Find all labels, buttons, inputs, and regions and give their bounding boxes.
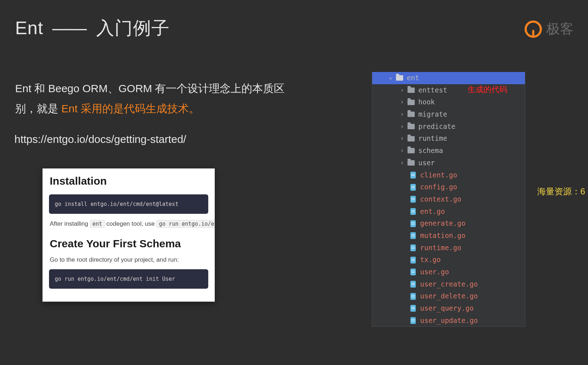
slide-title: Ent —— 入门例子 <box>15 16 170 40</box>
tree-folder-label: enttest <box>418 84 447 96</box>
folder-icon <box>407 160 415 166</box>
doc-after-install: After installing ent codegen tool, use g… <box>43 219 215 231</box>
tree-file-label: runtime.go <box>420 242 461 254</box>
go-file-icon <box>410 196 416 203</box>
doc-snippet-card: Installation go install entgo.io/ent/cmd… <box>43 168 215 302</box>
go-file-icon <box>410 184 416 191</box>
tree-file[interactable]: user_delete.go <box>372 290 525 302</box>
tree-file[interactable]: tx.go <box>372 254 525 266</box>
tree-file[interactable]: runtime.go <box>372 242 525 254</box>
tree-folder[interactable]: predicate <box>372 121 525 133</box>
tree-file-label: user.go <box>420 266 449 278</box>
go-file-icon <box>410 232 416 239</box>
go-file-icon <box>410 172 416 179</box>
chevron-right-icon <box>400 108 405 121</box>
tree-folder-label: user <box>418 157 435 169</box>
go-file-icon <box>410 281 416 288</box>
tree-file-label: mutation.go <box>420 230 466 242</box>
tree-folder-label: predicate <box>418 121 455 133</box>
tree-file-label: tx.go <box>420 254 441 266</box>
tree-file-label: client.go <box>420 169 457 181</box>
tree-file-label: user_delete.go <box>420 290 478 302</box>
go-file-icon <box>410 317 416 324</box>
folder-icon <box>407 124 415 129</box>
watermark-text: 海量资源：6 <box>537 186 585 197</box>
code-block-install: go install entgo.io/ent/cmd/ent@latest <box>49 194 208 214</box>
tree-file[interactable]: mutation.go <box>372 230 525 242</box>
go-file-icon <box>410 244 416 251</box>
go-file-icon <box>410 305 416 312</box>
after-install-text-2: codegen tool, use <box>105 220 157 227</box>
tree-folder[interactable]: hook <box>372 96 525 108</box>
tree-folder[interactable]: schema <box>372 145 525 157</box>
inline-code-ent: ent <box>90 220 105 228</box>
tree-folder[interactable]: user <box>372 157 525 169</box>
tree-file-label: context.go <box>420 193 461 206</box>
tree-file[interactable]: user_update.go <box>372 315 525 327</box>
folder-icon <box>407 100 415 105</box>
tree-folder[interactable]: runtime <box>372 132 525 145</box>
go-file-icon <box>410 208 416 215</box>
tree-folder[interactable]: migrate <box>372 108 525 121</box>
brand-logo-mark <box>525 21 542 38</box>
go-file-icon <box>410 293 416 300</box>
title-dash: —— <box>52 18 85 38</box>
file-tree: ent enttesthookmigratepredicateruntimesc… <box>372 72 525 327</box>
after-install-text-1: After installing <box>50 220 90 227</box>
chevron-right-icon <box>400 84 405 97</box>
tree-file-label: user_create.go <box>420 278 478 290</box>
folder-icon <box>407 136 415 141</box>
intro-paragraph: Ent 和 Beego ORM、GORM 有一个设计理念上的本质区别，就是 En… <box>15 78 296 118</box>
brand-logo-text: 极客 <box>546 20 574 38</box>
go-file-icon <box>410 269 416 275</box>
tree-file[interactable]: context.go <box>372 193 525 206</box>
chevron-right-icon <box>400 157 405 170</box>
tree-folder-label: schema <box>418 145 443 157</box>
tree-file[interactable]: user_query.go <box>372 302 525 315</box>
tree-file-label: generate.go <box>420 217 466 230</box>
tree-file[interactable]: ent.go <box>372 206 525 218</box>
tree-file-label: ent.go <box>420 206 445 218</box>
go-file-icon <box>410 257 416 263</box>
doc-heading-installation: Installation <box>43 175 215 192</box>
tree-root[interactable]: ent <box>372 72 525 84</box>
code-install-text: go install entgo.io/ent/cmd/ent@latest <box>55 201 178 207</box>
tree-file[interactable]: user.go <box>372 266 525 278</box>
code-init-text: go run entgo.io/ent/cmd/ent init User <box>55 276 175 282</box>
tree-file-label: user_query.go <box>420 302 474 315</box>
chevron-right-icon <box>400 144 405 157</box>
intro-highlight: Ent 采用的是代码生成技术。 <box>61 103 199 114</box>
chevron-right-icon <box>400 120 405 133</box>
brand-logo: 极客 <box>525 20 574 38</box>
tree-file-label: user_update.go <box>420 315 478 327</box>
tree-file[interactable]: client.go <box>372 169 525 181</box>
tree-file-label: config.go <box>420 181 457 193</box>
tree-folder-label: migrate <box>418 108 447 121</box>
go-file-icon <box>410 220 416 227</box>
title-suffix: 入门例子 <box>96 18 170 38</box>
chevron-right-icon <box>400 96 405 109</box>
tree-file[interactable]: config.go <box>372 181 525 193</box>
doc-heading-schema: Create Your First Schema <box>43 231 215 255</box>
chevron-down-icon <box>388 72 393 85</box>
inline-code-gorun: go run entgo.io/e <box>156 220 215 228</box>
tree-file[interactable]: generate.go <box>372 217 525 230</box>
tree-file[interactable]: user_create.go <box>372 278 525 290</box>
folder-icon <box>407 87 415 93</box>
folder-icon <box>407 148 415 153</box>
doc-url: https://entgo.io/docs/getting-started/ <box>14 133 186 145</box>
tree-folder-label: runtime <box>418 132 447 145</box>
tree-folder-label: hook <box>418 96 435 108</box>
folder-icon <box>396 75 403 81</box>
code-block-init: go run entgo.io/ent/cmd/ent init User <box>49 269 208 289</box>
chevron-right-icon <box>400 132 405 145</box>
tree-root-label: ent <box>407 72 419 84</box>
doc-schema-text: Go to the root directory of your project… <box>43 255 215 267</box>
title-prefix: Ent <box>15 18 43 38</box>
annotation-generated-code: 生成的代码 <box>468 84 507 95</box>
folder-icon <box>407 112 415 117</box>
